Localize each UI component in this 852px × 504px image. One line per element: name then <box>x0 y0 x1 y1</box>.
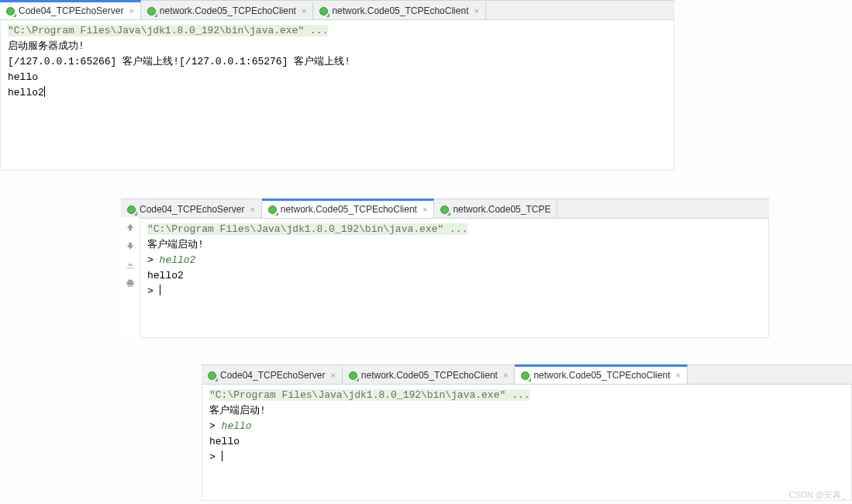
tab-client-1[interactable]: network.Code05_TCPEchoClient × <box>343 367 516 384</box>
svg-rect-2 <box>128 285 132 287</box>
download-icon[interactable] <box>125 259 136 270</box>
tab-server[interactable]: Code04_TCPEchoServer × <box>0 0 141 19</box>
run-icon <box>147 7 156 16</box>
tab-label: network.Code05_TCPEchoClient <box>533 370 670 381</box>
output-line: 客户端启动! <box>147 237 761 253</box>
console-output[interactable]: "C:\Program Files\Java\jdk1.8.0_192\bin\… <box>202 385 852 473</box>
command-line: "C:\Program Files\Java\jdk1.8.0_192\bin\… <box>8 25 328 36</box>
prompt: > <box>147 254 160 266</box>
command-line: "C:\Program Files\Java\jdk1.8.0_192\bin\… <box>147 223 467 235</box>
prompt: > <box>147 285 160 297</box>
output-line: [/127.0.0.1:65266] 客户端上线![/127.0.0.1:652… <box>8 54 667 70</box>
run-icon <box>521 371 529 380</box>
down-arrow-icon[interactable] <box>125 240 136 251</box>
console-output[interactable]: "C:\Program Files\Java\jdk1.8.0_192\bin\… <box>140 219 769 307</box>
gutter <box>121 217 140 338</box>
close-icon[interactable]: × <box>330 371 335 380</box>
output-line: hello <box>209 434 844 450</box>
tab-bar: Code04_TCPEchoServer × network.Code05_TC… <box>202 364 852 385</box>
tab-label: Code04_TCPEchoServer <box>220 370 325 381</box>
prompt: > <box>209 420 222 432</box>
tab-label: network.Code05_TCPEchoClient <box>160 5 296 16</box>
tab-client-1[interactable]: network.Code05_TCPEchoClient × <box>141 2 314 19</box>
tab-label: Code04_TCPEchoServer <box>19 5 123 16</box>
console-pane-client-1: Code04_TCPEchoServer × network.Code05_TC… <box>121 198 769 338</box>
run-icon <box>268 205 277 214</box>
tab-label: network.Code05_TCPE <box>453 204 550 215</box>
svg-rect-1 <box>128 280 132 282</box>
tab-client-2[interactable]: network.Code05_TCPEchoClient × <box>313 2 486 19</box>
close-icon[interactable]: × <box>675 371 680 380</box>
tab-label: network.Code05_TCPEchoClient <box>332 5 468 16</box>
run-icon <box>349 371 357 380</box>
tab-label: network.Code05_TCPEchoClient <box>361 370 498 381</box>
output-line: hello <box>8 70 667 85</box>
console-pane-server: Code04_TCPEchoServer × network.Code05_TC… <box>0 0 674 171</box>
run-icon <box>319 7 328 16</box>
close-icon[interactable]: × <box>423 205 427 214</box>
user-input: hello <box>222 420 252 432</box>
tab-client-2[interactable]: network.Code05_TCPE <box>434 201 557 218</box>
text-cursor <box>160 285 160 295</box>
console-output[interactable]: "C:\Program Files\Java\jdk1.8.0_192\bin\… <box>0 20 674 109</box>
tab-label: Code04_TCPEchoServer <box>140 204 244 215</box>
tab-bar: Code04_TCPEchoServer × network.Code05_TC… <box>0 0 674 20</box>
svg-rect-0 <box>127 281 134 285</box>
run-icon <box>6 7 15 16</box>
run-icon <box>127 205 136 214</box>
close-icon[interactable]: × <box>474 6 478 16</box>
close-icon[interactable]: × <box>250 205 254 214</box>
output-line: 客户端启动! <box>209 403 844 419</box>
output-line: hello2 <box>8 87 44 98</box>
run-icon <box>440 205 449 214</box>
tab-server[interactable]: Code04_TCPEchoServer × <box>202 367 343 384</box>
watermark: CSDN @安苒_ <box>788 489 846 501</box>
close-icon[interactable]: × <box>503 371 508 380</box>
close-icon[interactable]: × <box>302 6 306 16</box>
user-input: hello2 <box>160 254 196 266</box>
command-line: "C:\Program Files\Java\jdk1.8.0_192\bin\… <box>209 389 529 401</box>
output-line: 启动服务器成功! <box>8 39 667 54</box>
output-line: hello2 <box>147 268 761 284</box>
console-pane-client-2: Code04_TCPEchoServer × network.Code05_TC… <box>202 364 852 501</box>
text-cursor <box>222 450 222 461</box>
tab-client-2[interactable]: network.Code05_TCPEchoClient × <box>515 364 688 384</box>
print-icon[interactable] <box>125 278 136 288</box>
tab-server[interactable]: Code04_TCPEchoServer × <box>121 201 262 218</box>
tab-label: network.Code05_TCPEchoClient <box>281 204 417 215</box>
up-arrow-icon[interactable] <box>125 222 136 233</box>
prompt: > <box>209 451 222 463</box>
run-icon <box>208 371 216 380</box>
close-icon[interactable]: × <box>129 6 133 16</box>
text-cursor <box>44 86 45 97</box>
tab-client-1[interactable]: network.Code05_TCPEchoClient × <box>262 198 435 218</box>
tab-bar: Code04_TCPEchoServer × network.Code05_TC… <box>121 198 769 219</box>
